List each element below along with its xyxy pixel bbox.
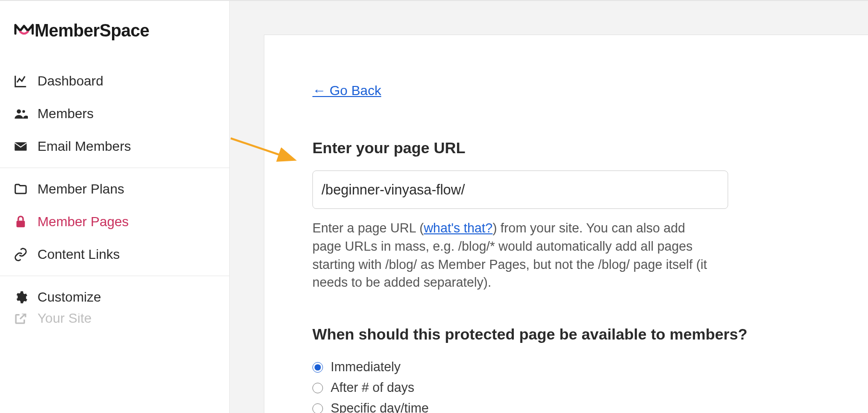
sidebar-item-email-members[interactable]: Email Members [0, 130, 229, 163]
nav-label: Members [37, 106, 94, 121]
svg-rect-3 [16, 221, 25, 228]
envelope-icon [13, 139, 37, 154]
radio-label: After # of days [331, 380, 414, 395]
availability-radio-group: Immediately After # of days Specific day… [312, 357, 820, 413]
content-card: ← Go Back Enter your page URL Enter a pa… [264, 35, 868, 413]
nav-label: Content Links [37, 247, 120, 262]
sidebar-item-dashboard[interactable]: Dashboard [0, 65, 229, 97]
nav-group-2: Member Plans Member Pages Content Links [0, 173, 229, 276]
sidebar-item-member-pages[interactable]: Member Pages [0, 206, 229, 238]
nav-group-1: Dashboard Members Email Members [0, 65, 229, 168]
sidebar-item-members[interactable]: Members [0, 97, 229, 130]
main-content: ← Go Back Enter your page URL Enter a pa… [230, 1, 868, 413]
sidebar-item-content-links[interactable]: Content Links [0, 238, 229, 271]
nav-label: Dashboard [37, 73, 103, 89]
external-icon [13, 314, 37, 326]
radio-option-immediately[interactable]: Immediately [312, 357, 820, 377]
sidebar-item-member-plans[interactable]: Member Plans [0, 173, 229, 206]
radio-option-after-days[interactable]: After # of days [312, 377, 820, 398]
app-logo: MemberSpace [0, 1, 229, 65]
radio-input-specific[interactable] [312, 403, 323, 413]
sidebar: MemberSpace Dashboard Members Email Memb… [0, 1, 230, 413]
folder-icon [13, 182, 37, 196]
nav-label: Member Plans [37, 182, 124, 197]
radio-input-after-days[interactable] [312, 383, 323, 393]
nav-label: Email Members [37, 139, 131, 154]
logo-mark-icon [13, 21, 35, 42]
radio-input-immediately[interactable] [312, 362, 323, 373]
radio-label: Specific day/time [331, 401, 429, 413]
svg-point-0 [17, 109, 21, 114]
radio-option-specific[interactable]: Specific day/time [312, 398, 820, 413]
nav-label: Member Pages [37, 214, 129, 230]
go-back-link[interactable]: ← Go Back [312, 83, 381, 98]
availability-heading: When should this protected page be avail… [312, 326, 820, 343]
svg-point-1 [22, 110, 25, 113]
sidebar-item-customize[interactable]: Customize [0, 281, 229, 314]
svg-rect-2 [15, 142, 27, 151]
sidebar-item-your-site[interactable]: Your Site [0, 314, 229, 327]
users-icon [13, 107, 37, 121]
nav-label: Your Site [37, 314, 92, 326]
nav-label: Customize [37, 290, 101, 305]
url-heading: Enter your page URL [312, 139, 820, 157]
page-url-input[interactable] [312, 170, 728, 209]
link-icon [13, 247, 37, 262]
url-helper-text: Enter a page URL (what's that?) from you… [312, 219, 711, 292]
gear-icon [13, 290, 37, 304]
lock-icon [13, 215, 37, 229]
whats-that-link[interactable]: what's that? [424, 221, 493, 235]
logo-text: MemberSpace [35, 21, 149, 40]
nav-group-3: Customize Your Site [0, 281, 229, 332]
radio-label: Immediately [331, 360, 401, 375]
chart-icon [13, 74, 37, 88]
